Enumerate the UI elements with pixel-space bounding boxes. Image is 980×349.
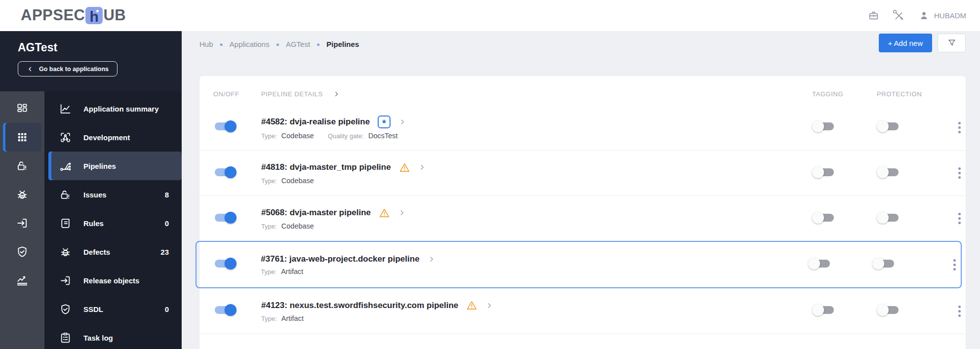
pipeline-row-partial[interactable] [199,334,966,349]
logo-text-left: APPSEC [21,6,85,24]
sidebar-nav: Application summaryDevelopmentPipelinesI… [44,91,182,349]
breadcrumb-current: Pipelines [326,40,359,48]
tagging-toggle[interactable] [812,120,835,133]
briefcase-icon[interactable] [868,10,879,21]
top-actions: HUBADM [868,0,966,31]
filter-icon [947,38,957,48]
sidebar-item-rules[interactable]: Rules0 [44,209,182,237]
user-menu[interactable]: HUBADM [918,10,966,21]
pipeline-enabled-toggle[interactable] [213,257,236,270]
sidebar-item-ssdl[interactable]: SSDL0 [44,295,182,323]
sidebar-item-label: SSDL [83,305,153,313]
rail-item-export[interactable] [3,209,41,237]
rail-item-dashboard[interactable] [3,94,41,123]
protection-toggle[interactable] [872,257,896,270]
sidebar-item-issues[interactable]: Issues8 [44,180,182,209]
row-menu-kebab-icon[interactable] [956,165,963,181]
sidebar-item-label: Pipelines [83,162,169,170]
row-expand-chevron-icon[interactable] [418,163,426,171]
sidebar-item-label: Issues [83,191,153,199]
row-menu-kebab-icon[interactable] [951,257,958,272]
meta-label: Type: [261,177,277,185]
table-header: ON/OFF PIPELINE DETAILS TAGGING PROTECTI… [199,76,966,105]
sidebar-item-label: Release objects [83,276,169,285]
table-rows: #4582: dvja-realise pipelineType:Codebas… [199,105,966,349]
sidebar-item-defects[interactable]: Defects23 [44,237,182,266]
header-expand-chevron-icon[interactable] [333,90,340,98]
protection-toggle[interactable] [877,120,900,133]
sidebar-item-pipelines[interactable]: Pipelines [48,152,182,180]
pipeline-row-5068[interactable]: #5068: dvja-master pipelineType:Codebase [199,195,966,241]
tagging-toggle[interactable] [812,211,835,224]
meta-value: Codebase [281,132,314,140]
user-icon [918,10,930,21]
breadcrumb-separator: ● [220,41,223,48]
row-menu-kebab-icon[interactable] [956,304,963,319]
meta-label: Type: [261,223,277,230]
meta-label: Type: [261,132,277,140]
breadcrumb-item-applications[interactable]: Applications [230,40,270,48]
sidebar-item-label: Development [83,133,169,142]
meta-value: Codebase [281,222,314,230]
sidebar-item-badge: 0 [165,305,169,313]
breadcrumb: Hub●Applications●AGTest●Pipelines [199,40,359,48]
pipeline-enabled-toggle[interactable] [213,304,236,316]
pipeline-title: #3761: java-web-project.docker pipeline [261,254,419,264]
rail-item-shield-check[interactable] [3,237,41,266]
header-pipeline-details: PIPELINE DETAILS [261,90,323,98]
breadcrumb-separator: ● [316,41,320,48]
lock-exclamation-icon [59,189,72,201]
pipeline-row-4123[interactable]: #4123: nexus.test.swordfishsecurity.com … [199,288,966,334]
pipeline-enabled-toggle[interactable] [213,211,236,224]
pipeline-enabled-toggle[interactable] [213,166,236,179]
protection-toggle[interactable] [877,211,900,224]
shield-check-icon [59,303,72,315]
rail-item-bug[interactable] [3,180,41,209]
rail-item-lock-exclamation[interactable] [3,152,41,180]
filter-button[interactable] [938,34,966,52]
chart-trend-icon [16,274,29,287]
tagging-toggle[interactable] [812,166,835,179]
sidebar-item-badge: 0 [165,219,169,228]
meta-value: Codebase [281,177,314,185]
row-expand-chevron-icon[interactable] [428,255,435,263]
export-icon [59,274,72,287]
main-content: Hub●Applications●AGTest●Pipelines + Add … [182,31,980,349]
pipeline-row-3761[interactable]: #3761: java-web-project.docker pipelineT… [196,241,962,288]
breadcrumb-item-hub[interactable]: Hub [199,40,213,48]
pipeline-enabled-toggle[interactable] [213,120,236,133]
sidebar-item-label: Defects [83,248,149,256]
row-expand-chevron-icon[interactable] [485,302,493,310]
tools-icon[interactable] [893,10,904,21]
row-menu-kebab-icon[interactable] [956,211,963,226]
sidebar-item-application-summary[interactable]: Application summary [44,94,182,123]
header-on-off: ON/OFF [213,90,261,98]
tagging-toggle[interactable] [808,257,831,270]
rail-item-apps-grid[interactable] [3,123,41,152]
sidebar-item-development[interactable]: Development [44,123,182,152]
protection-toggle[interactable] [877,166,900,179]
rail-item-chart-trend[interactable] [3,266,41,295]
meta-value: Artifact [281,268,303,275]
add-new-button[interactable]: + Add new [879,34,932,52]
row-menu-kebab-icon[interactable] [956,120,963,135]
task-log-icon [59,332,72,344]
logo-text-right: UB [103,6,126,24]
tagging-toggle[interactable] [812,304,835,316]
sidebar-item-release-objects[interactable]: Release objects [44,266,182,295]
export-icon [16,217,29,230]
breadcrumb-item-agtest[interactable]: AGTest [286,40,310,48]
row-expand-chevron-icon[interactable] [398,209,406,217]
icon-rail [0,91,44,349]
sidebar-item-task-log[interactable]: Task log [44,323,182,349]
pipeline-row-4582[interactable]: #4582: dvja-realise pipelineType:Codebas… [199,105,966,150]
sidebar-body: Application summaryDevelopmentPipelinesI… [0,91,182,349]
bug-icon [16,188,29,201]
row-expand-chevron-icon[interactable] [398,118,406,126]
go-back-button[interactable]: Go back to applications [18,61,118,77]
header-tagging: TAGGING [812,90,877,98]
apps-grid-icon [16,131,29,144]
pipeline-row-4818[interactable]: #4818: dvja-master_tmp pipelineType:Code… [199,150,966,195]
protection-toggle[interactable] [877,304,900,316]
sidebar-item-badge: 8 [165,191,169,199]
